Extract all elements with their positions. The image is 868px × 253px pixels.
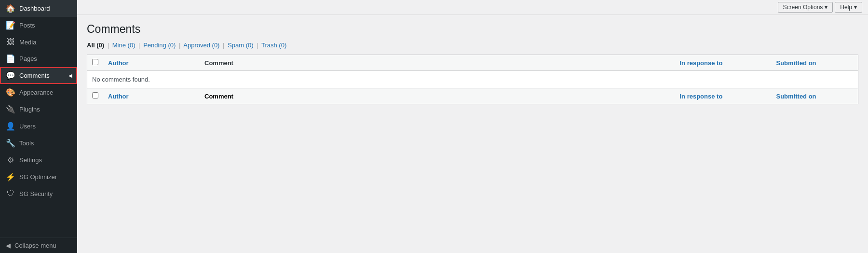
sep-3: | (179, 42, 180, 49)
comments-table: Author Comment In response to Submitted … (87, 55, 858, 104)
screen-options-arrow-icon: ▾ (825, 4, 827, 11)
header-author-label: Author (108, 59, 129, 67)
appearance-icon: 🎨 (6, 88, 15, 97)
filter-trash-label: Trash (261, 42, 277, 49)
sidebar-item-comments[interactable]: 💬 Comments ◀ (0, 67, 77, 84)
main-content: Screen Options ▾ Help ▾ Comments All (0)… (77, 0, 868, 253)
sidebar-label-sg-optimizer: SG Optimizer (19, 173, 72, 181)
sep-4: | (223, 42, 224, 49)
comments-arrow-icon: ◀ (68, 73, 72, 78)
page-title: Comments (87, 23, 858, 36)
header-submitted-label: Submitted on (776, 59, 816, 67)
settings-icon: ⚙ (6, 155, 15, 165)
sidebar-label-settings: Settings (19, 156, 72, 164)
footer-author-label: Author (108, 93, 129, 100)
sidebar-item-settings[interactable]: ⚙ Settings (0, 152, 77, 169)
sidebar: 🏠 Dashboard 📝 Posts 🖼 Media 📄 Pages 💬 Co… (0, 0, 77, 253)
filter-spam[interactable]: Spam (0) (228, 42, 255, 49)
sg-optimizer-icon: ⚡ (6, 172, 15, 182)
table-header-row: Author Comment In response to Submitted … (87, 55, 858, 71)
footer-in-response-to[interactable]: In response to (675, 88, 772, 104)
sidebar-item-users[interactable]: 👤 Users (0, 118, 77, 135)
filter-mine[interactable]: Mine (0) (112, 42, 137, 49)
screen-options-label: Screen Options (783, 4, 823, 11)
filter-spam-count: (0) (246, 42, 254, 49)
help-button[interactable]: Help ▾ (835, 2, 862, 13)
select-all-checkbox[interactable] (92, 59, 98, 65)
sidebar-label-plugins: Plugins (19, 106, 72, 113)
filter-approved-label: Approved (183, 42, 210, 49)
footer-author[interactable]: Author (103, 88, 200, 104)
footer-select-all-checkbox[interactable] (92, 92, 98, 98)
sidebar-label-pages: Pages (19, 55, 72, 62)
sg-security-icon: 🛡 (6, 189, 15, 198)
filter-trash[interactable]: Trash (0) (261, 42, 286, 49)
filter-trash-count: (0) (279, 42, 286, 49)
filter-mine-label: Mine (112, 42, 126, 49)
media-icon: 🖼 (6, 38, 15, 46)
collapse-label: Collapse menu (14, 242, 56, 249)
select-all-checkbox-header[interactable] (87, 55, 104, 71)
sidebar-item-appearance[interactable]: 🎨 Appearance (0, 84, 77, 101)
sidebar-item-dashboard[interactable]: 🏠 Dashboard (0, 0, 77, 17)
screen-options-button[interactable]: Screen Options ▾ (778, 2, 833, 13)
posts-icon: 📝 (6, 21, 15, 30)
sidebar-label-appearance: Appearance (19, 89, 72, 96)
sep-1: | (108, 42, 109, 49)
header-submitted-on[interactable]: Submitted on (772, 55, 858, 71)
footer-comment: Comment (200, 88, 675, 104)
tools-icon: 🔧 (6, 139, 15, 148)
filter-pending[interactable]: Pending (0) (143, 42, 177, 49)
filter-pending-count: (0) (168, 42, 176, 49)
filter-mine-count: (0) (128, 42, 136, 49)
footer-submitted-on[interactable]: Submitted on (772, 88, 858, 104)
comments-icon: 💬 (6, 71, 15, 80)
filter-bar: All (0) | Mine (0) | Pending (0) | Appro… (87, 42, 858, 49)
topbar: Screen Options ▾ Help ▾ (77, 0, 868, 15)
sidebar-label-posts: Posts (19, 22, 72, 29)
footer-submitted-label: Submitted on (776, 93, 816, 100)
collapse-icon: ◀ (6, 242, 11, 249)
header-comment: Comment (200, 55, 675, 71)
footer-comment-label: Comment (204, 93, 233, 100)
dashboard-icon: 🏠 (6, 4, 15, 13)
sidebar-label-users: Users (19, 123, 72, 130)
sidebar-item-tools[interactable]: 🔧 Tools (0, 135, 77, 152)
collapse-menu-button[interactable]: ◀ Collapse menu (0, 238, 77, 253)
header-in-response-to[interactable]: In response to (675, 55, 772, 71)
users-icon: 👤 (6, 122, 15, 131)
content-area: Comments All (0) | Mine (0) | Pending (0… (77, 15, 868, 253)
filter-approved[interactable]: Approved (0) (183, 42, 221, 49)
table-footer-row: Author Comment In response to Submitted … (87, 88, 858, 104)
sidebar-item-sg-optimizer[interactable]: ⚡ SG Optimizer (0, 169, 77, 185)
table-row-no-comments: No comments found. (87, 71, 858, 88)
footer-checkbox[interactable] (87, 88, 104, 104)
help-label: Help (840, 4, 852, 11)
sidebar-item-posts[interactable]: 📝 Posts (0, 17, 77, 34)
header-response-label: In response to (680, 59, 723, 67)
help-arrow-icon: ▾ (854, 4, 857, 11)
header-comment-label: Comment (204, 59, 233, 67)
filter-spam-label: Spam (228, 42, 244, 49)
sidebar-label-media: Media (19, 39, 72, 46)
sidebar-item-media[interactable]: 🖼 Media (0, 34, 77, 50)
sep-5: | (257, 42, 258, 49)
filter-all-count: (0) (96, 42, 104, 49)
pages-icon: 📄 (6, 54, 15, 63)
filter-all-label: All (87, 42, 95, 49)
footer-response-label: In response to (680, 93, 723, 100)
sidebar-item-plugins[interactable]: 🔌 Plugins (0, 101, 77, 118)
sidebar-item-pages[interactable]: 📄 Pages (0, 50, 77, 67)
sidebar-item-sg-security[interactable]: 🛡 SG Security (0, 185, 77, 202)
header-author[interactable]: Author (103, 55, 200, 71)
sidebar-label-dashboard: Dashboard (19, 5, 72, 12)
no-comments-message: No comments found. (92, 76, 150, 83)
sidebar-label-sg-security: SG Security (19, 190, 72, 197)
sidebar-label-comments: Comments (19, 72, 65, 79)
sep-2: | (138, 42, 140, 49)
filter-pending-label: Pending (143, 42, 166, 49)
no-comments-cell: No comments found. (87, 71, 858, 88)
filter-all[interactable]: All (0) (87, 42, 106, 49)
filter-approved-count: (0) (212, 42, 220, 49)
plugins-icon: 🔌 (6, 105, 15, 114)
